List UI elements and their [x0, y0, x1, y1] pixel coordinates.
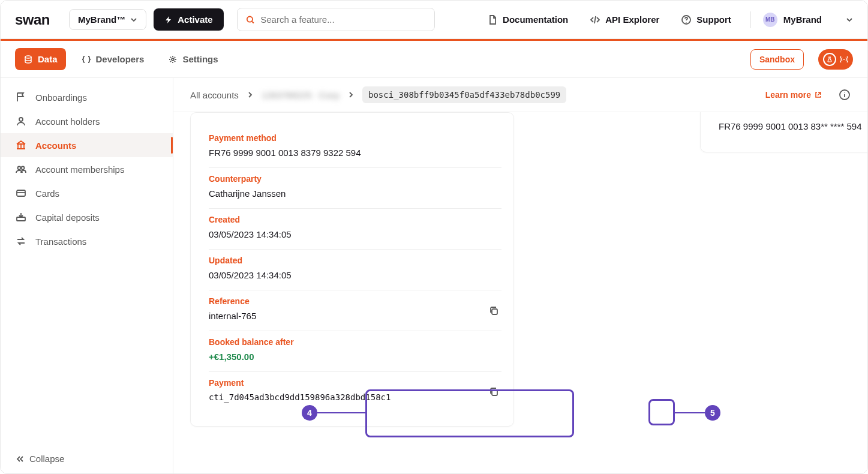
- bank-icon: [15, 139, 27, 151]
- svg-rect-11: [492, 309, 497, 314]
- content-area: Payment method FR76 9999 9001 0013 8379 …: [173, 112, 867, 474]
- breadcrumb-id[interactable]: bosci_308bff9b0345f0a5df433eb78db0c599: [362, 86, 566, 103]
- svg-point-3: [172, 58, 174, 61]
- tab-data[interactable]: Data: [15, 48, 66, 70]
- people-icon: [15, 163, 27, 175]
- svg-point-0: [247, 16, 252, 22]
- tab-developers[interactable]: Developers: [73, 48, 153, 70]
- search-input[interactable]: [260, 14, 425, 25]
- brand-selector[interactable]: MyBrand™: [69, 9, 146, 30]
- environment-toggle[interactable]: [818, 49, 853, 70]
- help-icon: [681, 14, 692, 25]
- sidebar-item-onboardings[interactable]: Onboardings: [1, 85, 173, 109]
- field-payment-method: Payment method FR76 9999 9001 0013 8379 …: [209, 127, 501, 168]
- field-reference: Reference internal-765: [209, 290, 501, 331]
- toggle-knob: [823, 53, 836, 66]
- collapse-button[interactable]: Collapse: [1, 443, 173, 474]
- search-box[interactable]: [237, 8, 435, 31]
- sidebar-item-accounts[interactable]: Accounts: [1, 133, 173, 157]
- svg-rect-8: [17, 190, 25, 196]
- document-icon: [487, 14, 498, 25]
- person-icon: [15, 115, 27, 127]
- user-menu[interactable]: MB MyBrand: [763, 13, 853, 27]
- svg-point-6: [18, 167, 21, 170]
- external-link-icon: [815, 91, 822, 98]
- transaction-details-card: Payment method FR76 9999 9001 0013 8379 …: [190, 112, 514, 427]
- main: All accounts 1263789225 · Cozy bosci_308…: [173, 78, 867, 474]
- copy-reference-button[interactable]: [486, 303, 501, 319]
- activate-label: Activate: [178, 14, 212, 25]
- gear-icon: [168, 55, 178, 64]
- user-name: MyBrand: [783, 14, 822, 25]
- brand-name: MyBrand™: [78, 14, 125, 25]
- logo: swan: [15, 11, 50, 28]
- card-icon: [15, 187, 27, 199]
- callout-5: 5: [705, 405, 720, 421]
- svg-point-5: [19, 118, 23, 121]
- svg-point-2: [25, 56, 31, 58]
- creditor-card: FR76 9999 9001 0013 83** **** 594: [700, 112, 867, 152]
- activate-button[interactable]: Activate: [154, 8, 223, 31]
- iban-masked: FR76 9999 9001 0013 83** **** 594: [719, 121, 867, 131]
- callout-line-4: [317, 412, 365, 413]
- learn-more-link[interactable]: Learn more: [765, 90, 822, 100]
- svg-rect-12: [492, 390, 497, 395]
- chevron-down-icon: [846, 16, 853, 23]
- search-icon: [246, 15, 255, 25]
- collapse-icon: [15, 454, 25, 464]
- annotation-highlight-5: [648, 399, 675, 425]
- callout-line-5: [675, 412, 705, 413]
- code-brackets-icon: [82, 55, 91, 64]
- flag-icon: [15, 91, 27, 103]
- field-counterparty: Counterparty Catharijne Janssen: [209, 168, 501, 209]
- bolt-icon: [164, 16, 173, 24]
- sidebar-item-transactions[interactable]: Transactions: [1, 229, 173, 253]
- copy-payment-button[interactable]: [486, 384, 501, 400]
- sandbox-button[interactable]: Sandbox: [750, 49, 804, 70]
- sidebar-item-cards[interactable]: Cards: [1, 181, 173, 205]
- svg-point-4: [843, 59, 845, 60]
- sidebar-item-memberships[interactable]: Account memberships: [1, 157, 173, 181]
- callout-4: 4: [302, 405, 317, 421]
- database-icon: [23, 55, 33, 64]
- field-created: Created 03/05/2023 14:34:05: [209, 209, 501, 250]
- chevron-right-icon: [348, 92, 354, 98]
- avatar: MB: [763, 13, 777, 27]
- flask-icon: [826, 56, 833, 63]
- broadcast-icon: [840, 55, 848, 64]
- breadcrumb: All accounts 1263789225 · Cozy bosci_308…: [173, 78, 867, 112]
- tab-settings[interactable]: Settings: [160, 48, 226, 70]
- deposit-icon: [15, 211, 27, 223]
- svg-point-7: [22, 167, 25, 170]
- copy-icon: [488, 386, 499, 397]
- field-payment: Payment cti_7d045ad3bcd9dd159896a328dbd1…: [209, 372, 501, 412]
- transfer-icon: [15, 235, 27, 247]
- support-link[interactable]: Support: [681, 14, 731, 25]
- chevron-down-icon: [130, 16, 137, 23]
- body: Onboardings Account holders Accounts Acc…: [1, 78, 867, 474]
- field-updated: Updated 03/05/2023 14:34:05: [209, 250, 501, 290]
- app-header: swan MyBrand™ Activate Documentation API…: [1, 1, 867, 39]
- breadcrumb-account[interactable]: 1263789225 · Cozy: [262, 90, 340, 100]
- docs-link[interactable]: Documentation: [487, 14, 568, 25]
- api-explorer-link[interactable]: API Explorer: [590, 14, 659, 25]
- sidebar: Onboardings Account holders Accounts Acc…: [1, 78, 173, 474]
- field-booked-balance: Booked balance after +€1,350.00: [209, 331, 501, 372]
- divider: [750, 11, 751, 28]
- info-icon[interactable]: [839, 89, 851, 101]
- code-icon: [590, 14, 600, 25]
- breadcrumb-root[interactable]: All accounts: [190, 90, 239, 100]
- copy-icon: [488, 305, 499, 316]
- sidebar-item-capital-deposits[interactable]: Capital deposits: [1, 205, 173, 229]
- tabs-row: Data Developers Settings Sandbox: [1, 41, 867, 78]
- sidebar-item-account-holders[interactable]: Account holders: [1, 109, 173, 133]
- chevron-right-icon: [247, 92, 253, 98]
